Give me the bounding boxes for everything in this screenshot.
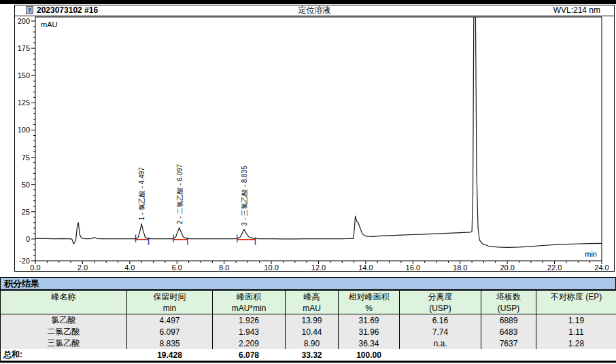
- column-unit: min: [127, 303, 213, 314]
- y-tick-label: 75: [22, 153, 30, 162]
- y-tick-label: 175: [18, 44, 30, 52]
- column-header: 峰名称: [1, 291, 127, 304]
- total-value-cell: [536, 349, 616, 362]
- value-cell: 6.16: [400, 314, 481, 327]
- value-cell: 7637: [481, 338, 536, 349]
- value-cell: 8.90: [286, 338, 339, 349]
- value-cell: n.a.: [400, 338, 481, 349]
- x-unit-label: min: [585, 250, 597, 258]
- total-value-cell: 33.32: [286, 349, 339, 362]
- peak-label: 1 - 氯乙酸 - 4.497: [138, 167, 146, 221]
- total-value-cell: 6.078: [213, 349, 286, 362]
- column-header: 不对称度 (EP): [536, 291, 616, 304]
- column-unit: mAU: [286, 303, 339, 314]
- peak-name-cell: 三氯乙酸: [1, 338, 127, 349]
- chromatogram-trace: [35, 16, 602, 247]
- y-tick-label: 0: [26, 235, 30, 243]
- results-table-header: 峰名称保留时间峰面积峰高相对峰面积分离度塔板数不对称度 (EP)minmAU*m…: [1, 291, 616, 314]
- peak-row[interactable]: 氯乙酸4.4971.92613.9931.696.1668891.19: [1, 314, 616, 327]
- value-cell: 6889: [481, 314, 536, 327]
- column-header: 保留时间: [127, 291, 213, 304]
- peak-annotations: 1 - 氯乙酸 - 4.4972 - 二氯乙酸 - 6.0973 - 三氯乙酸 …: [136, 164, 256, 244]
- y-tick-label: -20: [19, 257, 30, 265]
- column-header: 分离度: [400, 291, 481, 304]
- total-row: 总和:19.4286.07833.32100.00: [1, 349, 616, 362]
- x-tick-label: 20.0: [500, 263, 514, 272]
- column-unit: mAU*min: [213, 303, 286, 314]
- column-header: 相对峰面积: [339, 291, 400, 304]
- value-cell: 7.74: [400, 326, 481, 338]
- y-tick-label: 150: [18, 71, 30, 79]
- column-unit: [536, 303, 616, 314]
- x-tick-label: 0.0: [30, 263, 40, 272]
- peak-name-cell: 二氯乙酸: [1, 326, 127, 338]
- peak-label: 2 - 二氯乙酸 - 6.097: [176, 164, 184, 224]
- value-cell: 1.926: [213, 314, 286, 327]
- x-tick-label: 12.0: [311, 263, 326, 272]
- value-cell: 1.11: [536, 326, 616, 338]
- x-tick-label: 24.0: [594, 263, 609, 272]
- x-tick-label: 4.0: [124, 263, 135, 272]
- value-cell: 6483: [481, 326, 536, 338]
- chromatogram-svg: 0.02.04.06.08.010.012.014.016.018.020.02…: [15, 16, 614, 272]
- x-tick-label: 18.0: [453, 263, 467, 272]
- y-tick-label: 25: [22, 208, 30, 216]
- value-cell: 1.28: [536, 338, 616, 349]
- x-tick-label: 22.0: [547, 263, 562, 272]
- peak-name-cell: 氯乙酸: [1, 314, 127, 327]
- y-tick-label: 125: [18, 98, 30, 107]
- column-unit: %: [339, 303, 400, 314]
- y-tick-label: 100: [18, 126, 30, 134]
- value-cell: 31.96: [339, 326, 400, 338]
- column-header: 峰面积: [213, 291, 286, 304]
- value-cell: 2.209: [213, 338, 286, 349]
- x-tick-label: 10.0: [264, 263, 278, 272]
- chromatogram-plot[interactable]: 0.02.04.06.08.010.012.014.016.018.020.02…: [15, 16, 614, 272]
- value-cell: 31.69: [339, 314, 400, 327]
- value-cell: 8.835: [127, 338, 213, 349]
- window-top-bar: [0, 0, 616, 4]
- peak-label: 3 - 三氯乙酸 - 8.835: [241, 166, 248, 226]
- results-title: 积分结果: [0, 277, 616, 290]
- total-value-cell: [481, 349, 536, 362]
- value-cell: 36.34: [339, 338, 400, 349]
- value-cell: 6.097: [127, 326, 213, 338]
- total-value-cell: [400, 349, 481, 362]
- x-tick-label: 14.0: [358, 263, 373, 272]
- peak-row[interactable]: 三氯乙酸8.8352.2098.9036.34n.a.76371.28: [1, 338, 616, 349]
- x-tick-label: 2.0: [78, 263, 88, 272]
- column-header: 峰高: [286, 291, 339, 304]
- sample-name-title: 定位溶液: [15, 5, 614, 16]
- y-tick-label: 50: [22, 181, 30, 189]
- total-value-cell: 100.00: [339, 349, 400, 362]
- value-cell: 13.99: [286, 314, 339, 327]
- x-axis: 0.02.04.06.08.010.012.014.016.018.020.02…: [30, 261, 609, 272]
- column-unit: (USP): [481, 303, 536, 314]
- x-tick-label: 6.0: [172, 263, 182, 272]
- results-table: 峰名称保留时间峰面积峰高相对峰面积分离度塔板数不对称度 (EP)minmAU*m…: [0, 290, 616, 363]
- total-label: 总和:: [1, 349, 127, 362]
- value-cell: 4.497: [127, 314, 213, 327]
- results-table-body: 氯乙酸4.4971.92613.9931.696.1668891.19二氯乙酸6…: [1, 314, 616, 362]
- column-header: 塔板数: [481, 291, 536, 304]
- plot-frame: [35, 17, 602, 261]
- chromatogram-header: ? 2023073102 #16 定位溶液 WVL:214 nm: [15, 5, 614, 16]
- value-cell: 10.44: [286, 326, 339, 338]
- wavelength-label: WVL:214 nm: [553, 5, 600, 16]
- chromatogram-panel: ? 2023073102 #16 定位溶液 WVL:214 nm 0.02.04…: [14, 5, 615, 272]
- y-tick-label: 200: [18, 17, 30, 25]
- value-cell: 1.19: [536, 314, 616, 327]
- column-unit: [1, 303, 127, 314]
- y-unit-label: mAU: [41, 20, 58, 29]
- x-tick-label: 8.0: [219, 263, 229, 272]
- column-unit: (USP): [400, 303, 481, 314]
- peak-row[interactable]: 二氯乙酸6.0971.94310.4431.967.7464831.11: [1, 326, 616, 338]
- x-tick-label: 16.0: [406, 263, 420, 272]
- integration-results-section: 积分结果 峰名称保留时间峰面积峰高相对峰面积分离度塔板数不对称度 (EP)min…: [0, 277, 616, 363]
- value-cell: 1.943: [213, 326, 286, 338]
- total-value-cell: 19.428: [127, 349, 213, 362]
- y-axis: -200255075100125150175200: [18, 17, 35, 265]
